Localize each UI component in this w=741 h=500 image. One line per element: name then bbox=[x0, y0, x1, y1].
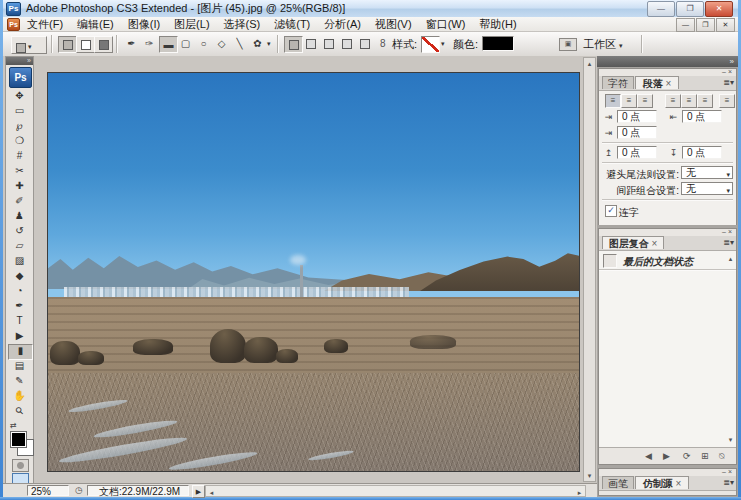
title-bar[interactable]: Ps Adobe Photoshop CS3 Extended - [图片 (4… bbox=[3, 0, 738, 18]
add-to-shape-button[interactable] bbox=[284, 36, 303, 53]
indent-first-line-field[interactable]: 0 点 bbox=[617, 126, 657, 139]
menu-view[interactable]: 视图(V) bbox=[368, 17, 419, 32]
dodge-tool[interactable]: ◔ bbox=[8, 284, 31, 298]
eraser-tool[interactable]: ▱ bbox=[8, 239, 31, 253]
canvas-image[interactable] bbox=[47, 72, 580, 472]
crop-tool[interactable]: # bbox=[8, 149, 31, 163]
ellipse-tool-button[interactable]: ○ bbox=[195, 36, 212, 51]
swap-colors-icon[interactable]: ⇄ bbox=[10, 421, 17, 430]
tool-preset-picker[interactable]: ▾ bbox=[11, 36, 47, 54]
shape-options-chevron-icon[interactable]: ▾ bbox=[267, 36, 271, 52]
update-comp-button[interactable]: ⟳ bbox=[683, 451, 691, 461]
zoom-level-field[interactable]: 25% bbox=[27, 485, 69, 496]
custom-shape-tool-button[interactable]: ✿ bbox=[249, 36, 266, 51]
doc-restore-button[interactable]: ❐ bbox=[696, 18, 715, 32]
healing-brush-tool[interactable]: ✚ bbox=[8, 179, 31, 193]
quick-selection-tool[interactable]: ❍ bbox=[8, 134, 31, 148]
align-left-button[interactable]: ≡ bbox=[605, 94, 621, 108]
tab-layer-comps[interactable]: 图层复合 × bbox=[602, 236, 664, 249]
tab-brushes[interactable]: 画笔 bbox=[602, 476, 634, 489]
foreground-color-swatch[interactable] bbox=[10, 431, 27, 448]
menu-filter[interactable]: 滤镜(T) bbox=[267, 17, 317, 32]
freeform-pen-tool-button[interactable]: ✑ bbox=[141, 36, 158, 51]
menu-analysis[interactable]: 分析(A) bbox=[317, 17, 368, 32]
panel-menu-icon[interactable]: ≣ bbox=[723, 238, 730, 247]
panel-close-icon[interactable]: × bbox=[728, 68, 734, 75]
rectangle-tool-button[interactable]: ▬ bbox=[159, 36, 178, 53]
style-chevron-icon[interactable]: ▾ bbox=[441, 36, 445, 52]
tab-close-icon[interactable]: × bbox=[665, 78, 671, 89]
panel-menu-icon[interactable]: ≣ bbox=[723, 478, 730, 487]
pen-tool[interactable]: ✒ bbox=[8, 299, 31, 313]
panel-close-icon[interactable]: × bbox=[728, 468, 734, 475]
zoom-tool[interactable]: ⚲ bbox=[8, 404, 31, 418]
slice-tool[interactable]: ✂ bbox=[8, 164, 31, 178]
tab-character[interactable]: 字符 bbox=[602, 76, 634, 89]
layer-comp-item[interactable]: 最后的文档状态 bbox=[623, 255, 693, 269]
layer-comp-apply-box[interactable] bbox=[603, 254, 617, 268]
menu-edit[interactable]: 编辑(E) bbox=[70, 17, 121, 32]
menu-select[interactable]: 选择(S) bbox=[217, 17, 268, 32]
scroll-down-icon[interactable]: ▾ bbox=[584, 470, 595, 481]
menu-help[interactable]: 帮助(H) bbox=[472, 17, 523, 32]
justify-all-button[interactable]: ≡ bbox=[719, 94, 735, 108]
indent-right-field[interactable]: 0 点 bbox=[682, 110, 722, 123]
style-swatch[interactable] bbox=[421, 36, 440, 53]
new-comp-button[interactable]: ⊞ bbox=[701, 451, 709, 461]
scroll-down-icon[interactable]: ▾ bbox=[725, 434, 736, 445]
hyphenate-checkbox[interactable]: ✓ bbox=[605, 205, 617, 217]
menu-window[interactable]: 窗口(W) bbox=[419, 17, 473, 32]
color-swatch[interactable] bbox=[482, 36, 514, 51]
quick-mask-button[interactable] bbox=[12, 459, 29, 472]
gradient-tool[interactable]: ▨ bbox=[8, 254, 31, 268]
shape-layers-mode-button[interactable] bbox=[58, 36, 77, 53]
pen-tool-button[interactable]: ✒ bbox=[123, 36, 140, 51]
fill-pixels-mode-button[interactable] bbox=[94, 36, 113, 53]
mojikumi-select[interactable]: 无▾ bbox=[681, 182, 733, 195]
rectangle-tool[interactable]: ▮ bbox=[8, 344, 33, 360]
scroll-up-icon[interactable]: ▴ bbox=[725, 253, 736, 264]
paths-mode-button[interactable] bbox=[76, 36, 95, 53]
align-right-button[interactable]: ≡ bbox=[637, 94, 653, 108]
kinsoku-select[interactable]: 无▾ bbox=[681, 166, 733, 179]
subtract-from-shape-button[interactable] bbox=[302, 36, 319, 51]
align-center-button[interactable]: ≡ bbox=[621, 94, 637, 108]
line-tool-button[interactable]: ╲ bbox=[231, 36, 248, 51]
type-tool[interactable]: T bbox=[8, 314, 31, 328]
marquee-tool[interactable]: ▭ bbox=[8, 104, 31, 118]
rounded-rectangle-tool-button[interactable]: ▢ bbox=[177, 36, 194, 51]
scroll-left-icon[interactable]: ◂ bbox=[206, 487, 217, 498]
doc-close-button[interactable]: ✕ bbox=[716, 18, 735, 32]
document-size-info[interactable]: 文档:22.9M/22.9M bbox=[87, 485, 189, 496]
justify-last-center-button[interactable]: ≡ bbox=[681, 94, 697, 108]
notes-tool[interactable]: ▤ bbox=[8, 359, 31, 373]
maximize-button[interactable]: ❐ bbox=[676, 1, 704, 17]
panel-menu-icon[interactable]: ≣ bbox=[723, 78, 730, 87]
history-brush-tool[interactable]: ↺ bbox=[8, 224, 31, 238]
combine-shape-button[interactable] bbox=[356, 36, 373, 51]
doc-minimize-button[interactable]: — bbox=[676, 18, 695, 32]
clone-stamp-tool[interactable]: ♟ bbox=[8, 209, 31, 223]
menu-layer[interactable]: 图层(L) bbox=[167, 17, 216, 32]
tab-clone-source[interactable]: 仿制源 × bbox=[635, 476, 689, 489]
move-tool[interactable]: ✥ bbox=[8, 89, 31, 103]
dock-collapse-button[interactable]: » bbox=[597, 56, 738, 67]
menu-image[interactable]: 图像(I) bbox=[121, 17, 167, 32]
space-before-field[interactable]: 0 点 bbox=[617, 146, 657, 159]
justify-last-left-button[interactable]: ≡ bbox=[665, 94, 681, 108]
toolbox-collapse-button[interactable]: » bbox=[6, 57, 33, 65]
exclude-shape-button[interactable] bbox=[338, 36, 355, 51]
tab-paragraph[interactable]: 段落 × bbox=[635, 76, 679, 89]
panel-close-icon[interactable]: × bbox=[728, 228, 734, 235]
vertical-scrollbar[interactable]: ▴ ▾ bbox=[583, 57, 596, 482]
lasso-tool[interactable]: ℘ bbox=[8, 119, 31, 133]
scroll-right-icon[interactable]: ▸ bbox=[574, 487, 585, 498]
status-menu-button[interactable]: ▶ bbox=[192, 485, 205, 498]
horizontal-scrollbar[interactable]: ◂ ▸ bbox=[205, 485, 586, 497]
space-after-field[interactable]: 0 点 bbox=[682, 146, 722, 159]
previous-comp-button[interactable]: ◀ bbox=[645, 451, 652, 461]
close-button[interactable]: ✕ bbox=[705, 1, 733, 17]
intersect-shape-button[interactable] bbox=[320, 36, 337, 51]
path-selection-tool[interactable]: ▶ bbox=[8, 329, 31, 343]
justify-last-right-button[interactable]: ≡ bbox=[697, 94, 713, 108]
